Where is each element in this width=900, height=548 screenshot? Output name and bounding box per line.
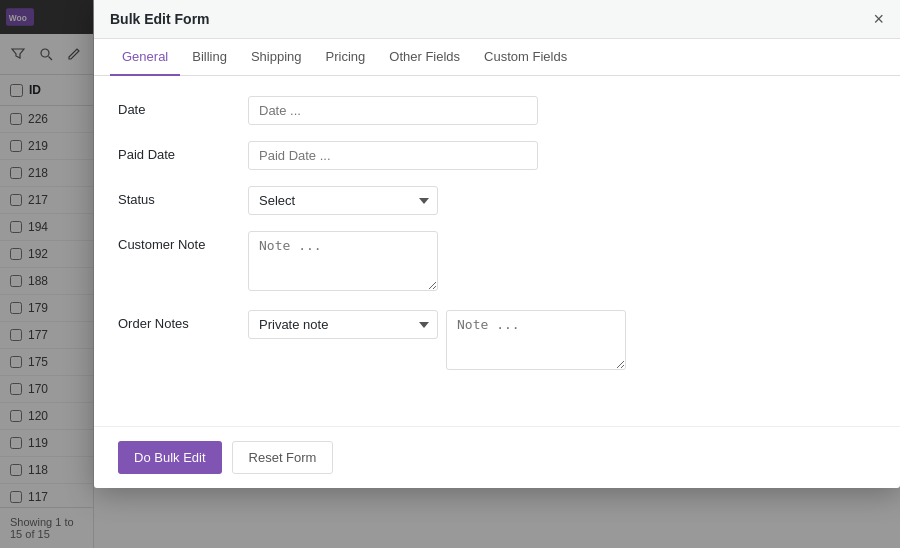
customer-note-textarea[interactable] (248, 231, 438, 291)
close-button[interactable]: × (873, 10, 884, 28)
tab-other-fields[interactable]: Other Fields (377, 39, 472, 76)
modal-overlay: Bulk Edit Form × General Billing Shippin… (0, 0, 900, 548)
date-label: Date (118, 96, 248, 117)
status-select[interactable]: Select Pending payment Processing On hol… (248, 186, 438, 215)
order-notes-group: Private note Customer note (248, 310, 876, 370)
modal-header: Bulk Edit Form × (94, 0, 900, 39)
paid-date-label: Paid Date (118, 141, 248, 162)
customer-note-label: Customer Note (118, 231, 248, 252)
reset-form-button[interactable]: Reset Form (232, 441, 334, 474)
tab-billing[interactable]: Billing (180, 39, 239, 76)
order-notes-textarea[interactable] (446, 310, 626, 370)
bulk-edit-modal: Bulk Edit Form × General Billing Shippin… (94, 0, 900, 488)
tab-bar: General Billing Shipping Pricing Other F… (94, 39, 900, 76)
order-notes-row: Order Notes Private note Customer note (118, 310, 876, 370)
paid-date-row: Paid Date (118, 141, 876, 170)
customer-note-control (248, 231, 876, 294)
status-row: Status Select Pending payment Processing… (118, 186, 876, 215)
tab-general[interactable]: General (110, 39, 180, 76)
tab-pricing[interactable]: Pricing (314, 39, 378, 76)
status-label: Status (118, 186, 248, 207)
modal-title: Bulk Edit Form (110, 11, 210, 27)
status-control: Select Pending payment Processing On hol… (248, 186, 876, 215)
date-control (248, 96, 876, 125)
paid-date-input[interactable] (248, 141, 538, 170)
date-row: Date (118, 96, 876, 125)
paid-date-control (248, 141, 876, 170)
date-input[interactable] (248, 96, 538, 125)
tab-custom-fields[interactable]: Custom Fields (472, 39, 579, 76)
order-notes-label: Order Notes (118, 310, 248, 331)
modal-footer: Do Bulk Edit Reset Form (94, 426, 900, 488)
bulk-edit-button[interactable]: Do Bulk Edit (118, 441, 222, 474)
tab-shipping[interactable]: Shipping (239, 39, 314, 76)
customer-note-row: Customer Note (118, 231, 876, 294)
form-body: Date Paid Date Status Select Pending p (94, 76, 900, 406)
order-notes-control: Private note Customer note (248, 310, 876, 370)
order-notes-type-select[interactable]: Private note Customer note (248, 310, 438, 339)
